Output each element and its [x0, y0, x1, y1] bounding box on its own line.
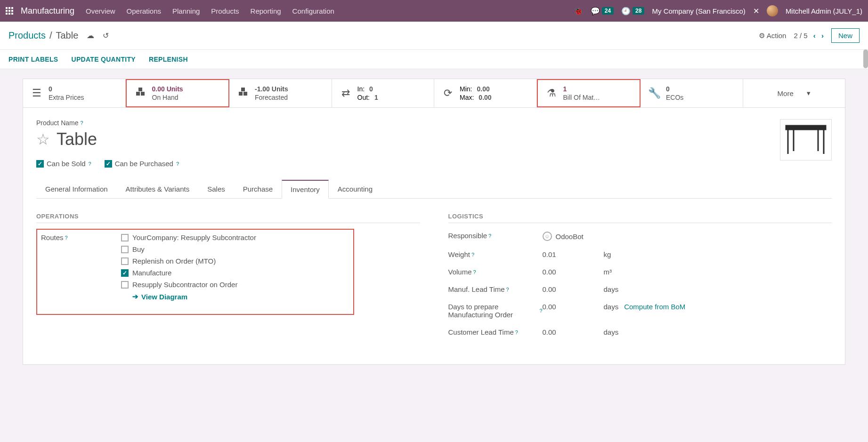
help-icon[interactable]: ?: [80, 120, 83, 126]
responsible-field[interactable]: ☺OdooBot: [543, 232, 584, 241]
pager-next[interactable]: ›: [821, 32, 824, 40]
app-name[interactable]: Manufacturing: [21, 6, 74, 16]
chevron-down-icon: ▾: [807, 89, 811, 97]
tab-accounting[interactable]: Accounting: [329, 180, 381, 199]
route-replenish-mto[interactable]: Replenish on Order (MTO): [121, 257, 256, 265]
help-icon[interactable]: ?: [176, 161, 179, 167]
product-name[interactable]: Table: [57, 129, 97, 149]
nav-products[interactable]: Products: [211, 7, 239, 15]
route-resupply-subcontractor-order[interactable]: Resupply Subcontractor on Order: [121, 281, 256, 289]
logistics-title: LOGISTICS: [448, 213, 832, 223]
tools-icon[interactable]: ✕: [753, 7, 759, 16]
help-icon[interactable]: ?: [506, 287, 509, 292]
replenish-button[interactable]: REPLENISH: [149, 56, 188, 63]
tab-purchase[interactable]: Purchase: [234, 180, 282, 199]
svg-rect-2: [138, 88, 142, 91]
product-image[interactable]: [780, 119, 832, 161]
discard-icon[interactable]: ↺: [103, 31, 109, 40]
manuf-lead-label: Manuf. Lead Time?: [448, 285, 543, 293]
stat-more[interactable]: More ▾: [743, 79, 845, 107]
volume-unit: m³: [604, 268, 612, 276]
days-prepare-unit: days: [604, 303, 619, 311]
days-prepare-field[interactable]: 0.00: [543, 303, 604, 311]
print-labels-button[interactable]: PRINT LABELS: [8, 56, 58, 63]
breadcrumb-current: Table: [56, 30, 79, 41]
tab-inventory[interactable]: Inventory: [282, 180, 329, 199]
customer-lead-unit: days: [604, 328, 619, 336]
stat-bar: ☰ 0Extra Prices 0.00 UnitsOn Hand -1.00 …: [23, 79, 845, 108]
help-icon[interactable]: ?: [515, 329, 518, 335]
main-nav: Overview Operations Planning Products Re…: [86, 7, 334, 15]
arrow-right-icon: ➔: [132, 292, 138, 301]
svg-rect-4: [243, 92, 247, 96]
volume-field[interactable]: 0.00: [543, 268, 604, 276]
stat-on-hand[interactable]: 0.00 UnitsOn Hand: [126, 79, 230, 107]
apps-icon[interactable]: [6, 7, 13, 15]
save-icon[interactable]: ☁: [87, 31, 94, 40]
route-manufacture[interactable]: Manufacture: [121, 269, 256, 277]
tab-sales[interactable]: Sales: [198, 180, 234, 199]
view-diagram-link[interactable]: ➔View Diagram: [132, 292, 256, 301]
nav-operations[interactable]: Operations: [127, 7, 161, 15]
update-quantity-button[interactable]: UPDATE QUANTITY: [72, 56, 136, 63]
chat-icon: 💬: [591, 7, 600, 16]
weight-field[interactable]: 0.01: [543, 250, 604, 258]
help-icon[interactable]: ?: [488, 233, 491, 239]
stat-min-max[interactable]: ⟳ Min:0.00 Max:0.00: [434, 79, 537, 107]
tab-general-information[interactable]: General Information: [36, 180, 117, 199]
scrollbar[interactable]: [863, 49, 868, 68]
breadcrumb-sep: /: [49, 30, 52, 41]
list-icon: ☰: [31, 87, 43, 99]
stat-forecasted[interactable]: -1.00 UnitsForecasted: [229, 79, 332, 107]
activities-button[interactable]: 🕘 28: [621, 7, 644, 16]
route-buy[interactable]: Buy: [121, 245, 256, 253]
svg-rect-6: [786, 126, 826, 129]
pager: 2 / 5 ‹ ›: [794, 32, 824, 40]
can-be-purchased-checkbox[interactable]: Can be Purchased?: [105, 160, 179, 168]
tab-attributes-variants[interactable]: Attributes & Variants: [117, 180, 199, 199]
logistics-section: LOGISTICS Responsible? ☺OdooBot Weight? …: [448, 213, 832, 346]
favorite-star[interactable]: ☆: [36, 130, 50, 148]
help-icon[interactable]: ?: [471, 252, 474, 257]
route-resupply-subcontractor[interactable]: YourCompany: Resupply Subcontractor: [121, 233, 256, 241]
operations-title: OPERATIONS: [36, 213, 420, 223]
activities-badge: 28: [633, 7, 644, 15]
manuf-lead-unit: days: [604, 285, 619, 293]
messages-badge: 24: [602, 7, 614, 15]
compute-from-bom-link[interactable]: Compute from BoM: [624, 303, 685, 311]
stat-bom[interactable]: ⚗ 1Bill Of Mat…: [537, 79, 641, 107]
bug-icon[interactable]: 🐞: [574, 7, 583, 16]
svg-rect-5: [241, 88, 245, 91]
avatar[interactable]: [767, 5, 778, 16]
user-menu[interactable]: Mitchell Admin (JULY_1): [786, 7, 862, 15]
stat-extra-prices[interactable]: ☰ 0Extra Prices: [23, 79, 126, 107]
gear-icon: ⚙: [759, 32, 765, 40]
help-icon[interactable]: ?: [89, 161, 91, 167]
new-button[interactable]: New: [831, 28, 860, 43]
customer-lead-field[interactable]: 0.00: [543, 328, 604, 336]
product-form: Product Name? ☆ Table Can be Sold? Can b…: [23, 108, 845, 365]
topbar: Manufacturing Overview Operations Planni…: [0, 0, 868, 22]
cubes-icon: [134, 87, 146, 99]
routes-label: Routes?: [41, 233, 121, 241]
nav-configuration[interactable]: Configuration: [292, 7, 334, 15]
breadcrumb-products[interactable]: Products: [8, 30, 46, 41]
cubes-icon: [237, 87, 249, 99]
days-prepare-label: Days to prepare Manufacturing Order?: [448, 303, 543, 319]
stat-ecos[interactable]: 🔧 0ECOs: [641, 79, 743, 107]
help-icon[interactable]: ?: [473, 269, 476, 275]
nav-reporting[interactable]: Reporting: [251, 7, 281, 15]
company-switcher[interactable]: My Company (San Francisco): [652, 7, 745, 15]
flask-icon: ⚗: [545, 87, 558, 99]
nav-overview[interactable]: Overview: [86, 7, 115, 15]
messages-button[interactable]: 💬 24: [591, 7, 614, 16]
stat-in-out[interactable]: ⇄ In:0 Out:1: [332, 79, 435, 107]
transfer-icon: ⇄: [340, 87, 352, 99]
action-dropdown[interactable]: ⚙ Action: [759, 32, 786, 40]
operations-section: OPERATIONS Routes? YourCompany: Resupply…: [36, 213, 420, 346]
nav-planning[interactable]: Planning: [172, 7, 200, 15]
can-be-sold-checkbox[interactable]: Can be Sold?: [36, 160, 91, 168]
pager-prev[interactable]: ‹: [813, 32, 816, 40]
help-icon[interactable]: ?: [65, 235, 68, 241]
manuf-lead-field[interactable]: 0.00: [543, 285, 604, 293]
